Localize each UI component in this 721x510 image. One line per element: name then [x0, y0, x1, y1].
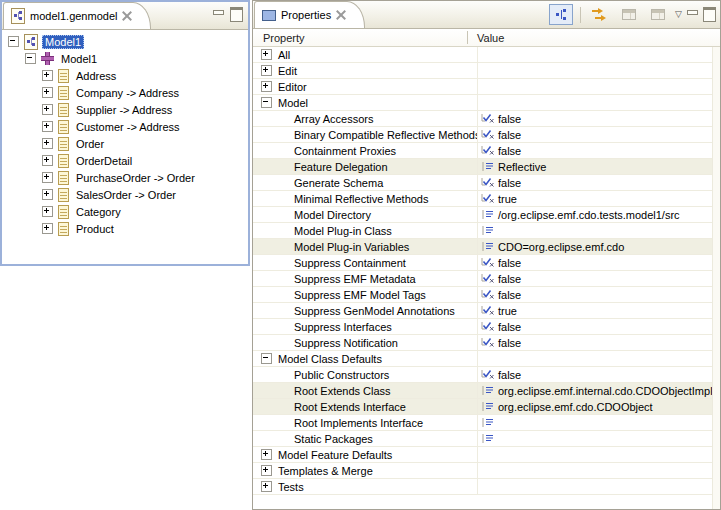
expand-toggle-icon[interactable]: [42, 155, 53, 166]
value-cell: [477, 479, 713, 494]
property-name: Tests: [278, 481, 304, 493]
scrollbar-track: [712, 47, 720, 509]
value-cell: false: [477, 111, 713, 126]
category-row[interactable]: Editor: [253, 79, 713, 95]
value-cell: true: [477, 191, 713, 206]
property-row[interactable]: Suppress Containment false: [253, 255, 713, 271]
property-name: Minimal Reflective Methods: [294, 193, 429, 205]
expand-toggle-icon[interactable]: [42, 223, 53, 234]
category-row[interactable]: Model: [253, 95, 713, 111]
show-categories-icon[interactable]: [549, 4, 573, 25]
expand-toggle-icon[interactable]: [42, 104, 53, 115]
maximize-icon[interactable]: [703, 7, 716, 22]
expand-toggle-icon[interactable]: [42, 70, 53, 81]
property-cell: Minimal Reflective Methods: [253, 191, 477, 206]
property-cell: Editor: [253, 79, 477, 94]
expand-toggle-icon[interactable]: [42, 138, 53, 149]
value-cell: [477, 63, 713, 78]
property-row[interactable]: Binary Compatible Reflective Methods fal…: [253, 127, 713, 143]
category-row[interactable]: Edit: [253, 63, 713, 79]
property-row[interactable]: Public Constructors false: [253, 367, 713, 383]
property-row[interactable]: Minimal Reflective Methods true: [253, 191, 713, 207]
properties-table: All Edit Editor Model: [253, 47, 720, 509]
property-row[interactable]: Feature Delegation Reflective: [253, 159, 713, 175]
tree-item-label: Product: [73, 222, 117, 236]
property-column-label: Property: [253, 32, 467, 44]
expand-toggle-icon[interactable]: [42, 206, 53, 217]
category-row[interactable]: All: [253, 47, 713, 63]
property-row[interactable]: Root Implements Interface: [253, 415, 713, 431]
expand-toggle-icon[interactable]: [261, 449, 272, 460]
expand-toggle-icon[interactable]: [42, 121, 53, 132]
genmodel-icon: [24, 34, 38, 50]
close-icon[interactable]: [122, 11, 132, 21]
minimize-icon[interactable]: [687, 10, 698, 19]
properties-tab[interactable]: Properties: [254, 1, 365, 28]
class-icon: [58, 154, 69, 168]
boolean-value-icon: [481, 369, 494, 380]
expand-toggle-icon[interactable]: [261, 97, 272, 108]
minimize-icon[interactable]: [213, 10, 224, 19]
property-row[interactable]: Model Plug-in Variables CDO=org.eclipse.…: [253, 239, 713, 255]
expand-toggle-icon[interactable]: [261, 465, 272, 476]
property-value: false: [498, 273, 521, 285]
tree-item[interactable]: Order: [2, 135, 248, 152]
property-row[interactable]: Suppress EMF Model Tags false: [253, 287, 713, 303]
category-row[interactable]: Model Class Defaults: [253, 351, 713, 367]
expand-toggle-icon[interactable]: [261, 81, 272, 92]
property-row[interactable]: Suppress Notification false: [253, 335, 713, 351]
editor-tab[interactable]: model1.genmodel: [3, 2, 151, 29]
tree-item[interactable]: Address: [2, 67, 248, 84]
property-row[interactable]: Root Extends Class org.eclipse.emf.inter…: [253, 383, 713, 399]
show-advanced-properties-icon[interactable]: [588, 4, 612, 25]
category-row[interactable]: Tests: [253, 479, 713, 495]
expand-toggle-icon[interactable]: [8, 36, 19, 47]
expand-toggle-icon[interactable]: [261, 49, 272, 60]
category-row[interactable]: Templates & Merge: [253, 463, 713, 479]
property-value: false: [498, 113, 521, 125]
class-icon: [58, 137, 69, 151]
property-name: Suppress Interfaces: [294, 321, 392, 333]
expand-toggle-icon[interactable]: [42, 172, 53, 183]
property-row[interactable]: Suppress EMF Metadata false: [253, 271, 713, 287]
tree-item[interactable]: Model1: [2, 50, 248, 67]
tree-item[interactable]: Model1: [2, 33, 248, 50]
property-row[interactable]: Model Directory /org.eclipse.emf.cdo.tes…: [253, 207, 713, 223]
category-row[interactable]: Model Feature Defaults: [253, 447, 713, 463]
text-value-icon: [481, 225, 494, 236]
close-icon[interactable]: [336, 10, 346, 20]
tree-item[interactable]: Supplier -> Address: [2, 101, 248, 118]
property-row[interactable]: Static Packages: [253, 431, 713, 447]
property-row[interactable]: Array Accessors false: [253, 111, 713, 127]
property-row[interactable]: Suppress Interfaces false: [253, 319, 713, 335]
property-row[interactable]: Suppress GenModel Annotations true: [253, 303, 713, 319]
expand-toggle-icon[interactable]: [25, 53, 36, 64]
property-row[interactable]: Containment Proxies false: [253, 143, 713, 159]
tree-item[interactable]: OrderDetail: [2, 152, 248, 169]
view-menu-icon[interactable]: ▽: [675, 10, 682, 19]
value-cell: org.eclipse.emf.cdo.CDOObject: [477, 399, 713, 414]
tree-item[interactable]: Product: [2, 220, 248, 237]
tree-item[interactable]: PurchaseOrder -> Order: [2, 169, 248, 186]
property-name: Array Accessors: [294, 113, 373, 125]
maximize-icon[interactable]: [230, 7, 243, 22]
property-row[interactable]: Model Plug-in Class: [253, 223, 713, 239]
expand-toggle-icon[interactable]: [261, 353, 272, 364]
tree-item[interactable]: Customer -> Address: [2, 118, 248, 135]
property-value: Reflective: [498, 161, 546, 173]
property-row[interactable]: Root Extends Interface org.eclipse.emf.c…: [253, 399, 713, 415]
property-name: Binary Compatible Reflective Methods: [294, 129, 477, 141]
expand-toggle-icon[interactable]: [261, 481, 272, 492]
tree-item[interactable]: Category: [2, 203, 248, 220]
property-row[interactable]: Generate Schema false: [253, 175, 713, 191]
properties-tab-bar: Properties ▽: [253, 1, 720, 29]
expand-toggle-icon[interactable]: [261, 65, 272, 76]
tree-item[interactable]: SalesOrder -> Order: [2, 186, 248, 203]
boolean-value-icon: [481, 305, 494, 316]
tree-item[interactable]: Company -> Address: [2, 84, 248, 101]
property-name: All: [278, 49, 290, 61]
property-value: false: [498, 321, 521, 333]
expand-toggle-icon[interactable]: [42, 87, 53, 98]
value-column-label: Value: [468, 32, 504, 44]
expand-toggle-icon[interactable]: [42, 189, 53, 200]
